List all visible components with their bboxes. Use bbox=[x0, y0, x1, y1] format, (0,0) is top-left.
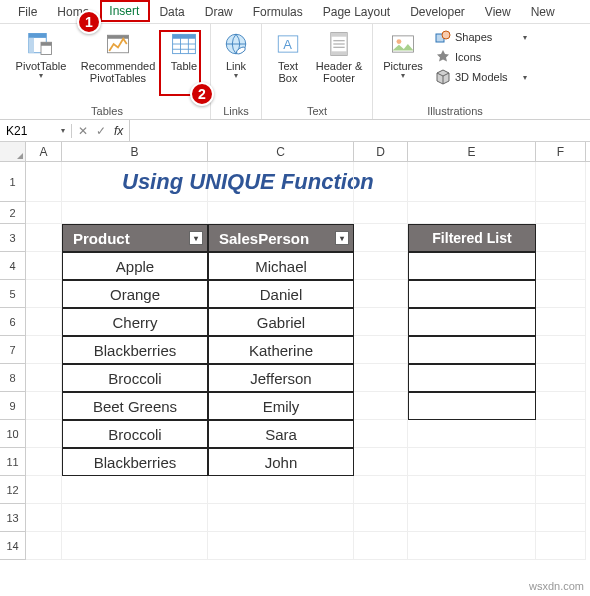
cell[interactable] bbox=[536, 252, 586, 280]
cell[interactable] bbox=[354, 224, 408, 252]
cell[interactable] bbox=[408, 532, 536, 560]
cell[interactable] bbox=[26, 336, 62, 364]
filtered-cell[interactable] bbox=[408, 308, 536, 336]
cell[interactable] bbox=[62, 202, 208, 224]
menu-view[interactable]: View bbox=[475, 3, 521, 21]
cell[interactable] bbox=[536, 336, 586, 364]
filtered-list-header[interactable]: Filtered List bbox=[408, 224, 536, 252]
cell[interactable] bbox=[536, 532, 586, 560]
cell[interactable] bbox=[354, 336, 408, 364]
cell[interactable] bbox=[62, 504, 208, 532]
cancel-icon[interactable]: ✕ bbox=[78, 124, 88, 138]
cell[interactable] bbox=[26, 162, 62, 202]
cell[interactable] bbox=[536, 364, 586, 392]
menu-file[interactable]: File bbox=[8, 3, 47, 21]
col-header-f[interactable]: F bbox=[536, 142, 586, 161]
cell[interactable] bbox=[536, 280, 586, 308]
row-header[interactable]: 7 bbox=[0, 336, 26, 364]
row-header[interactable]: 12 bbox=[0, 476, 26, 504]
cell[interactable] bbox=[536, 202, 586, 224]
cell[interactable] bbox=[536, 392, 586, 420]
pictures-button[interactable]: Pictures ▾ bbox=[379, 28, 427, 83]
formula-input[interactable] bbox=[129, 120, 590, 141]
col-header-e[interactable]: E bbox=[408, 142, 536, 161]
row-header[interactable]: 1 bbox=[0, 162, 26, 202]
cell-product[interactable]: Blackberries bbox=[62, 448, 208, 476]
cell[interactable] bbox=[354, 532, 408, 560]
menu-developer[interactable]: Developer bbox=[400, 3, 475, 21]
cell[interactable] bbox=[208, 504, 354, 532]
cell[interactable] bbox=[354, 504, 408, 532]
menu-formulas[interactable]: Formulas bbox=[243, 3, 313, 21]
row-header[interactable]: 3 bbox=[0, 224, 26, 252]
cell[interactable] bbox=[26, 420, 62, 448]
row-header[interactable]: 14 bbox=[0, 532, 26, 560]
cell-sales[interactable]: Sara bbox=[208, 420, 354, 448]
cell-sales[interactable]: Daniel bbox=[208, 280, 354, 308]
cell[interactable] bbox=[354, 162, 408, 202]
cell[interactable] bbox=[408, 162, 536, 202]
cell[interactable] bbox=[208, 476, 354, 504]
name-box[interactable]: K21 ▾ bbox=[0, 124, 72, 138]
cell[interactable] bbox=[408, 448, 536, 476]
menu-new[interactable]: New bbox=[521, 3, 565, 21]
cell[interactable] bbox=[354, 252, 408, 280]
col-header-a[interactable]: A bbox=[26, 142, 62, 161]
cell-sales[interactable]: John bbox=[208, 448, 354, 476]
cell-sales[interactable]: Gabriel bbox=[208, 308, 354, 336]
cell[interactable] bbox=[354, 202, 408, 224]
filtered-cell[interactable] bbox=[408, 336, 536, 364]
icons-button[interactable]: Icons bbox=[431, 48, 531, 66]
cell[interactable] bbox=[354, 364, 408, 392]
cell[interactable] bbox=[536, 448, 586, 476]
row-header[interactable]: 11 bbox=[0, 448, 26, 476]
cell[interactable] bbox=[62, 476, 208, 504]
cell[interactable] bbox=[354, 308, 408, 336]
cell-product[interactable]: Beet Greens bbox=[62, 392, 208, 420]
col-header-b[interactable]: B bbox=[62, 142, 208, 161]
pivottable-button[interactable]: PivotTable ▾ bbox=[10, 28, 72, 83]
row-header[interactable]: 6 bbox=[0, 308, 26, 336]
cell-sales[interactable]: Michael bbox=[208, 252, 354, 280]
table-header-product[interactable]: Product ▾ bbox=[62, 224, 208, 252]
cell-product[interactable]: Broccoli bbox=[62, 420, 208, 448]
enter-icon[interactable]: ✓ bbox=[96, 124, 106, 138]
cell[interactable] bbox=[26, 504, 62, 532]
table-header-sales[interactable]: SalesPerson ▾ bbox=[208, 224, 354, 252]
menu-pagelayout[interactable]: Page Layout bbox=[313, 3, 400, 21]
cell[interactable] bbox=[536, 162, 586, 202]
headerfooter-button[interactable]: Header & Footer bbox=[312, 28, 366, 86]
cell[interactable] bbox=[354, 420, 408, 448]
cell[interactable] bbox=[26, 308, 62, 336]
cell[interactable] bbox=[354, 392, 408, 420]
cell-product[interactable]: Orange bbox=[62, 280, 208, 308]
cell-product[interactable]: Blackberries bbox=[62, 336, 208, 364]
cell[interactable] bbox=[26, 280, 62, 308]
cell[interactable] bbox=[62, 532, 208, 560]
cell-sales[interactable]: Katherine bbox=[208, 336, 354, 364]
cell-sales[interactable]: Jefferson bbox=[208, 364, 354, 392]
cell[interactable] bbox=[26, 364, 62, 392]
cell[interactable] bbox=[354, 448, 408, 476]
row-header[interactable]: 4 bbox=[0, 252, 26, 280]
cell[interactable] bbox=[26, 224, 62, 252]
row-header[interactable]: 8 bbox=[0, 364, 26, 392]
cell[interactable] bbox=[408, 202, 536, 224]
cell[interactable] bbox=[536, 504, 586, 532]
filtered-cell[interactable] bbox=[408, 392, 536, 420]
shapes-button[interactable]: Shapes ▾ bbox=[431, 28, 531, 46]
recommended-pivot-button[interactable]: Recommended PivotTables bbox=[76, 28, 160, 86]
cell[interactable] bbox=[26, 252, 62, 280]
cell-sales[interactable]: Emily bbox=[208, 392, 354, 420]
cell[interactable] bbox=[208, 532, 354, 560]
title-cell[interactable]: Using UNIQUE Function bbox=[62, 162, 208, 202]
col-header-d[interactable]: D bbox=[354, 142, 408, 161]
cell-product[interactable]: Broccoli bbox=[62, 364, 208, 392]
cell[interactable] bbox=[408, 420, 536, 448]
row-header[interactable]: 10 bbox=[0, 420, 26, 448]
cell[interactable] bbox=[536, 420, 586, 448]
cell-product[interactable]: Apple bbox=[62, 252, 208, 280]
cell[interactable] bbox=[26, 532, 62, 560]
menu-data[interactable]: Data bbox=[149, 3, 194, 21]
cell[interactable] bbox=[208, 202, 354, 224]
